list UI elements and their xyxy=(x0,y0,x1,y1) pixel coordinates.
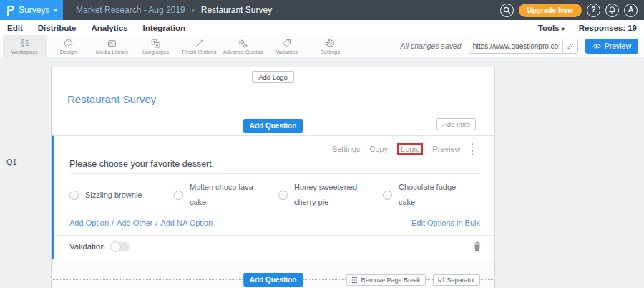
help-button[interactable]: ? xyxy=(587,4,600,17)
toolbar-item-label: Settings xyxy=(321,49,340,55)
tools-menu[interactable]: Tools ▾ xyxy=(538,24,565,32)
toolbar-item-workspace[interactable]: Workspace xyxy=(3,35,47,57)
add-option-link[interactable]: Add Option xyxy=(69,219,109,227)
option-sizzling-brownie[interactable]: Sizzling brownie xyxy=(69,180,174,210)
question-logic-link-highlighted[interactable]: Logic xyxy=(397,143,423,155)
toolbar-item-label: Advance Quotas xyxy=(223,49,263,55)
question-block-q1: Settings Copy Logic Preview Please choos… xyxy=(52,135,494,259)
question-number-label: Q1 xyxy=(6,158,17,166)
page-break-controls: Remove Page Break ☑ Separator xyxy=(346,274,480,286)
radio-icon[interactable] xyxy=(69,191,79,200)
add-question-button-bottom[interactable]: Add Question xyxy=(243,273,303,287)
toolbar-item-media-library[interactable]: Media Library xyxy=(90,35,134,57)
question-text[interactable]: Please choose your favorite dessert. xyxy=(69,159,480,174)
responses-count[interactable]: Responses: 19 xyxy=(579,24,637,32)
surveys-menu[interactable]: Surveys ▾ xyxy=(0,0,63,20)
validation-toggle[interactable] xyxy=(111,242,130,251)
checkbox-checked-icon: ☑ xyxy=(438,277,444,284)
question-preview-link[interactable]: Preview xyxy=(432,145,460,153)
tabs-right: Tools ▾ Responses: 19 xyxy=(538,24,637,32)
validation-row: Validation xyxy=(54,236,494,259)
surveys-menu-label: Surveys xyxy=(19,5,49,15)
upgrade-now-button[interactable]: Upgrade Now xyxy=(519,4,582,17)
tab-edit[interactable]: Edit xyxy=(7,24,23,32)
topbar-actions: Upgrade Now ? A xyxy=(500,4,644,17)
survey-title[interactable]: Restaurant Survey xyxy=(67,93,479,105)
breadcrumb-parent[interactable]: Market Research - Aug 2019 xyxy=(76,5,185,15)
title-row: Restaurant Survey xyxy=(52,87,494,115)
eye-icon xyxy=(592,43,601,49)
separator-label: Separator xyxy=(447,277,475,284)
link-separator: / xyxy=(112,219,114,227)
preview-button-label: Preview xyxy=(605,42,631,50)
toolbar-item-label: Finish Options xyxy=(182,49,217,55)
search-button[interactable] xyxy=(500,4,514,17)
more-options-icon[interactable] xyxy=(472,143,474,155)
edit-options-in-bulk-link[interactable]: Edit Options in Bulk xyxy=(411,219,480,227)
toolbar-item-settings[interactable]: Settings xyxy=(308,35,352,57)
questionpro-logo-icon xyxy=(5,4,15,16)
logo-row: Add Logo xyxy=(52,67,494,87)
toolbar-item-label: Design xyxy=(60,49,77,55)
add-intro-button[interactable]: Add Intro xyxy=(436,118,476,130)
toolbar-item-label: Variables xyxy=(275,49,298,55)
toolbar-item-label: Languages xyxy=(142,49,169,55)
option-label[interactable]: Molten choco lava cake xyxy=(190,180,258,210)
option-label[interactable]: Chocolate fudge cake xyxy=(399,180,467,210)
link-separator: / xyxy=(155,219,157,227)
tab-distribute[interactable]: Distribute xyxy=(38,24,77,32)
finish-options-icon xyxy=(194,37,205,49)
add-question-row: Add Question Add Intro xyxy=(52,115,494,135)
chevron-down-icon: ▾ xyxy=(54,6,57,14)
validation-label: Validation xyxy=(69,242,105,251)
toolbar-item-design[interactable]: Design xyxy=(47,35,90,57)
toolbar-item-languages[interactable]: Languages xyxy=(134,35,177,57)
option-links-row: Add Option / Add Other / Add NA Option E… xyxy=(54,213,494,235)
tab-integration[interactable]: Integration xyxy=(143,24,185,32)
option-honey-sweetened-cherry-pie[interactable]: Honey sweetened cherry pie xyxy=(278,180,383,210)
add-question-button-top[interactable]: Add Question xyxy=(243,119,303,133)
pencil-icon xyxy=(567,42,574,49)
toolbar-item-label: Media Library xyxy=(96,49,128,55)
option-label[interactable]: Sizzling brownie xyxy=(85,188,142,203)
add-other-link[interactable]: Add Other xyxy=(117,219,152,227)
tools-menu-label: Tools xyxy=(538,24,560,32)
separator-toggle-button[interactable]: ☑ Separator xyxy=(433,274,481,286)
top-bar: Surveys ▾ Market Research - Aug 2019 › R… xyxy=(0,0,644,20)
radio-icon[interactable] xyxy=(383,191,392,200)
add-na-option-link[interactable]: Add NA Option xyxy=(160,219,213,227)
preview-button[interactable]: Preview xyxy=(585,39,638,54)
radio-icon[interactable] xyxy=(174,191,183,200)
toolbar-item-advance-quotas[interactable]: Advance Quotas xyxy=(221,35,265,57)
option-label[interactable]: Honey sweetened cherry pie xyxy=(294,180,362,210)
toggle-knob xyxy=(110,241,121,252)
trash-icon xyxy=(473,241,482,251)
search-icon xyxy=(503,6,511,14)
settings-icon xyxy=(325,37,336,49)
breadcrumb-current: Restaurant Survey xyxy=(201,5,272,15)
tab-analytics[interactable]: Analytics xyxy=(91,24,127,32)
variables-icon xyxy=(281,37,292,49)
toolbar-right: All changes saved Preview xyxy=(400,35,644,57)
chevron-down-icon: ▾ xyxy=(562,26,565,32)
toolbar-item-variables[interactable]: Variables xyxy=(265,35,308,57)
languages-icon xyxy=(150,37,161,49)
avatar[interactable]: A xyxy=(624,4,638,17)
radio-icon[interactable] xyxy=(278,191,288,200)
notifications-button[interactable] xyxy=(605,4,619,17)
delete-question-button[interactable] xyxy=(473,241,482,251)
remove-page-break-button[interactable]: Remove Page Break xyxy=(346,274,425,286)
option-chocolate-fudge-cake[interactable]: Chocolate fudge cake xyxy=(383,180,487,210)
answer-options: Sizzling brownie Molten choco lava cake … xyxy=(54,174,494,213)
add-logo-button[interactable]: Add Logo xyxy=(252,71,294,83)
survey-nav-tabs: Edit Distribute Analytics Integration To… xyxy=(0,20,644,35)
share-url-box xyxy=(469,39,578,54)
edit-url-button[interactable] xyxy=(562,39,577,53)
question-settings-link[interactable]: Settings xyxy=(332,145,361,153)
share-url-input[interactable] xyxy=(469,42,562,50)
question-copy-link[interactable]: Copy xyxy=(369,145,388,153)
option-molten-choco-lava-cake[interactable]: Molten choco lava cake xyxy=(174,180,278,210)
design-icon xyxy=(63,37,74,49)
page-break-icon xyxy=(351,277,358,284)
toolbar-item-finish-options[interactable]: Finish Options xyxy=(177,35,221,57)
